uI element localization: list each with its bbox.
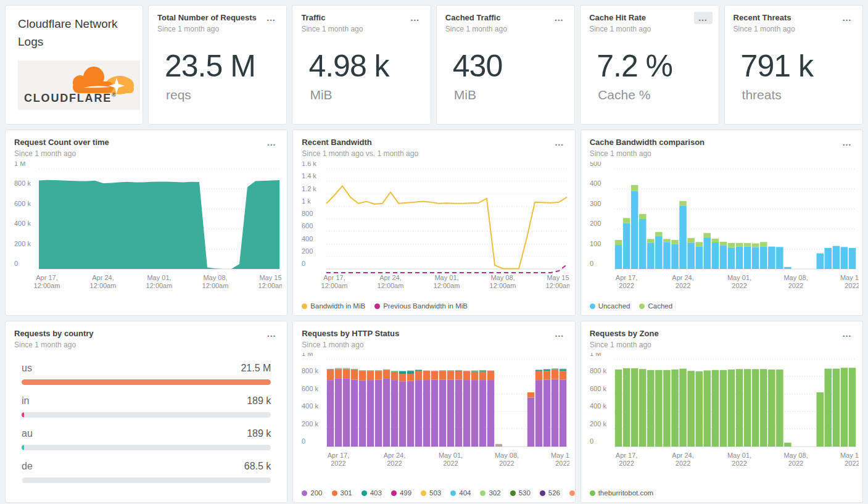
legend-item[interactable]: 403 xyxy=(362,489,382,497)
country-value: 68.5 k xyxy=(244,461,271,472)
panel-menu-icon[interactable]: … xyxy=(550,12,568,24)
svg-text:1 M: 1 M xyxy=(302,353,313,357)
svg-text:12:00am: 12:00am xyxy=(378,282,404,289)
svg-text:200 k: 200 k xyxy=(302,420,318,428)
svg-text:May 01,: May 01, xyxy=(147,274,171,281)
panel-subtitle: Since 1 month ago xyxy=(301,25,421,33)
recent-bandwidth-chart[interactable]: 1.6 k1.4 k1.2 k1 k8006004002000Apr 17,12… xyxy=(302,162,569,302)
legend-label: 200 xyxy=(310,489,322,497)
legend-item[interactable]: 302 xyxy=(480,489,500,497)
panel-menu-icon[interactable]: … xyxy=(838,328,856,340)
panel-menu-icon[interactable]: … xyxy=(262,136,281,149)
svg-text:800: 800 xyxy=(302,210,313,217)
stat-value: 7.2 % xyxy=(597,48,718,84)
svg-text:12:00am: 12:00am xyxy=(146,282,173,289)
panel-menu-icon[interactable]: … xyxy=(838,136,856,149)
panel-menu-icon[interactable]: … xyxy=(406,12,424,24)
legend-label: Uncached xyxy=(598,302,630,310)
panel-subtitle: Since 1 month ago xyxy=(14,149,278,158)
svg-text:2022: 2022 xyxy=(732,460,746,467)
svg-text:Apr 17,: Apr 17, xyxy=(324,274,345,281)
panel-title: Requests by country xyxy=(14,329,278,339)
panel-menu-icon[interactable]: … xyxy=(262,12,280,24)
legend-item[interactable]: 530 xyxy=(510,489,531,497)
legend-item[interactable]: 404 xyxy=(450,489,471,497)
svg-text:400 k: 400 k xyxy=(14,220,31,227)
legend-dot-icon xyxy=(332,490,337,496)
legend-dot-icon xyxy=(450,490,456,496)
svg-text:May 08,: May 08, xyxy=(783,452,808,459)
legend-item[interactable]: Bandwidth in MiB xyxy=(302,302,365,310)
legend-label: 530 xyxy=(519,489,531,497)
panel-cached-traffic: Cached Traffic Since 1 month ago … 430 M… xyxy=(436,5,575,125)
country-bar-track xyxy=(22,445,271,450)
legend-label: 503 xyxy=(429,489,441,497)
svg-text:1 k: 1 k xyxy=(302,197,311,205)
svg-text:12:00am: 12:00am xyxy=(258,282,282,289)
legend-item[interactable]: 200 xyxy=(302,489,322,497)
country-row: in189 k xyxy=(22,395,271,418)
cache-bandwidth-chart[interactable]: 5004003002001000Apr 17,2022Apr 24,2022Ma… xyxy=(590,162,859,302)
panel-menu-icon[interactable]: … xyxy=(838,12,856,24)
country-bar-track xyxy=(22,379,271,385)
panel-menu-icon[interactable]: … xyxy=(262,328,281,340)
svg-text:500: 500 xyxy=(590,162,601,167)
stat-unit: reqs xyxy=(166,88,286,102)
legend-item[interactable]: 524 xyxy=(569,489,576,497)
http-status-chart[interactable]: 1 M800 k600 k400 k200 k0Apr 17,2022Apr 2… xyxy=(302,353,569,479)
country-label: au xyxy=(22,428,33,439)
svg-text:200 k: 200 k xyxy=(14,240,31,247)
svg-text:12:00am: 12:00am xyxy=(90,282,117,289)
legend-item[interactable]: 499 xyxy=(391,489,411,497)
zone-chart[interactable]: 1 M800 k600 k400 k200 k0Apr 17,2022Apr 2… xyxy=(590,353,859,479)
country-bar-fill xyxy=(22,379,271,385)
panel-request-count: Request Count over time Since 1 month ag… xyxy=(5,130,287,316)
svg-text:200: 200 xyxy=(590,220,601,227)
svg-text:2022: 2022 xyxy=(845,282,859,289)
panel-title: Cache Hit Rate xyxy=(589,13,709,23)
legend-item[interactable]: 526 xyxy=(540,489,560,497)
dashboard: Cloudflare Network Logs CLOUDFLARE® Tota… xyxy=(0,0,868,504)
stat-unit: Cache % xyxy=(598,88,718,102)
legend-item[interactable]: Uncached xyxy=(590,302,630,310)
svg-text:May 15,: May 15, xyxy=(551,452,569,459)
legend-item[interactable]: Cached xyxy=(639,302,672,310)
svg-text:12:00am: 12:00am xyxy=(434,282,460,289)
panel-total-requests: Total Number of Requests Since 1 month a… xyxy=(148,5,287,125)
panel-title: Requests by Zone xyxy=(590,329,854,339)
country-label: in xyxy=(22,395,29,407)
svg-text:12:00am: 12:00am xyxy=(546,282,569,289)
panel-recent-threats: Recent Threats Since 1 month ago … 791 k… xyxy=(724,5,863,125)
svg-text:1.2 k: 1.2 k xyxy=(302,185,316,192)
panel-menu-icon[interactable]: … xyxy=(550,328,569,340)
svg-text:1 M: 1 M xyxy=(590,353,601,357)
svg-text:Apr 24,: Apr 24, xyxy=(384,452,405,459)
country-value: 189 k xyxy=(247,428,271,439)
country-row: de68.5 k xyxy=(22,461,271,483)
request-count-chart[interactable]: 1 M800 k600 k400 k200 k0Apr 17,12:00amAp… xyxy=(14,162,282,302)
legend-item[interactable]: Previous Bandwidth in MiB xyxy=(374,302,468,310)
legend-item[interactable]: 301 xyxy=(332,489,352,497)
stat-unit: threats xyxy=(742,88,862,102)
legend-item[interactable]: 503 xyxy=(421,489,441,497)
legend-item[interactable]: theburritobot.com xyxy=(590,489,654,497)
panel-traffic: Traffic Since 1 month ago … 4.98 k MiB xyxy=(292,5,431,125)
svg-text:May 08,: May 08, xyxy=(783,274,808,281)
panel-requests-by-http-status: Requests by HTTP Status Since 1 month ag… xyxy=(292,321,575,503)
svg-text:2022: 2022 xyxy=(444,460,458,467)
country-value: 189 k xyxy=(247,395,271,407)
panel-menu-icon[interactable]: … xyxy=(550,136,569,149)
panel-requests-by-zone: Requests by Zone Since 1 month ago … 1 M… xyxy=(581,321,863,503)
legend-label: Bandwidth in MiB xyxy=(310,302,365,310)
panel-title: Recent Threats xyxy=(734,13,854,23)
legend-label: 403 xyxy=(370,489,382,497)
svg-text:0: 0 xyxy=(590,437,593,445)
country-label: us xyxy=(22,363,32,374)
panel-title: Traffic xyxy=(301,13,421,23)
legend-label: Previous Bandwidth in MiB xyxy=(383,302,468,310)
stat-unit: MiB xyxy=(310,88,430,102)
country-value: 21.5 M xyxy=(241,363,271,374)
panel-menu-icon[interactable]: … xyxy=(694,12,713,24)
svg-text:2022: 2022 xyxy=(331,460,346,467)
country-bar-track xyxy=(22,477,271,483)
